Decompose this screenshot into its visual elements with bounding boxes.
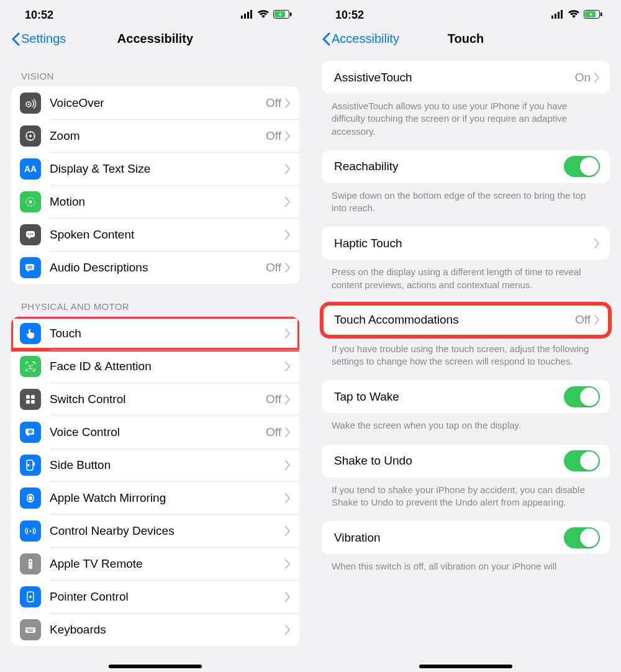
row-label: Motion: [50, 195, 285, 209]
svg-rect-45: [30, 629, 32, 630]
chevron-right-icon: [285, 493, 291, 503]
section-header-vision: VISION: [0, 53, 310, 86]
footer-haptic-touch: Press on the display using a different l…: [310, 260, 621, 291]
row-voice-control[interactable]: Voice Control Off: [11, 415, 299, 448]
row-face-id[interactable]: Face ID & Attention: [11, 350, 299, 383]
cellular-icon: [551, 9, 564, 22]
back-button[interactable]: Settings: [11, 32, 66, 46]
home-indicator[interactable]: [419, 665, 512, 668]
row-label: Display & Text Size: [50, 162, 285, 176]
group-physical: Touch Face ID & Attention Switch Control…: [11, 317, 299, 646]
svg-point-13: [26, 135, 27, 137]
chevron-right-icon: [285, 361, 291, 371]
back-button[interactable]: Accessibility: [322, 32, 399, 46]
face-id-icon: [20, 356, 41, 377]
row-haptic-touch[interactable]: Haptic Touch: [322, 227, 610, 260]
row-control-nearby[interactable]: Control Nearby Devices: [11, 514, 299, 547]
status-indicators: [241, 9, 292, 22]
row-label: Side Button: [50, 458, 285, 472]
row-label: Control Nearby Devices: [50, 524, 285, 538]
keyboard-icon: [20, 619, 41, 640]
svg-point-41: [29, 596, 32, 598]
row-display-text-size[interactable]: AA Display & Text Size: [11, 152, 299, 185]
row-label: Zoom: [50, 129, 266, 143]
spoken-content-icon: [20, 224, 41, 245]
touch-settings-list[interactable]: AssistiveTouch On AssistiveTouch allows …: [310, 53, 621, 672]
toggle-shake-to-undo[interactable]: [564, 450, 600, 471]
tv-remote-icon: [20, 553, 41, 574]
row-label: Voice Control: [50, 425, 266, 439]
svg-point-38: [29, 565, 30, 566]
chevron-right-icon: [285, 98, 291, 108]
row-apple-watch-mirroring[interactable]: Apple Watch Mirroring: [11, 481, 299, 514]
group-assistivetouch: AssistiveTouch On: [322, 61, 610, 94]
chevron-right-icon: [285, 526, 291, 536]
chevron-right-icon: [594, 73, 600, 83]
row-label: Pointer Control: [50, 590, 285, 604]
section-header-physical: PHYSICAL AND MOTOR: [0, 284, 310, 317]
row-zoom[interactable]: Zoom Off: [11, 119, 299, 152]
row-reachability[interactable]: Reachability: [322, 150, 610, 183]
toggle-tap-to-wake[interactable]: [564, 386, 600, 407]
row-label: Face ID & Attention: [50, 360, 285, 373]
nav-bar: Settings Accessibility: [0, 25, 310, 53]
row-switch-control[interactable]: Switch Control Off: [11, 383, 299, 415]
svg-point-10: [29, 135, 32, 137]
settings-list[interactable]: VISION VoiceOver Off Zoom Off AA Display…: [0, 53, 310, 672]
svg-point-19: [30, 234, 31, 235]
row-tap-to-wake[interactable]: Tap to Wake: [322, 380, 610, 413]
status-time: 10:52: [335, 9, 364, 22]
chevron-right-icon: [285, 230, 291, 240]
svg-point-39: [31, 565, 32, 566]
footer-vibration: When this switch is off, all vibration o…: [310, 554, 621, 573]
row-audio-descriptions[interactable]: 99 Audio Descriptions Off: [11, 251, 299, 284]
chevron-right-icon: [285, 263, 291, 273]
toggle-reachability[interactable]: [564, 156, 600, 177]
switch-control-icon: [20, 389, 41, 410]
footer-touch-accommodations: If you have trouble using the touch scre…: [310, 337, 621, 368]
svg-rect-5: [290, 12, 292, 16]
group-shake-to-undo: Shake to Undo: [322, 445, 610, 478]
svg-rect-44: [29, 629, 30, 630]
chevron-right-icon: [285, 427, 291, 437]
group-tap-to-wake: Tap to Wake: [322, 380, 610, 413]
row-motion[interactable]: Motion: [11, 185, 299, 218]
audio-descriptions-icon: 99: [20, 257, 41, 278]
row-side-button[interactable]: Side Button: [11, 448, 299, 481]
cellular-icon: [241, 9, 253, 22]
row-apple-tv-remote[interactable]: Apple TV Remote: [11, 547, 299, 580]
row-keyboards[interactable]: Keyboards: [11, 613, 299, 646]
row-value: Off: [266, 393, 281, 406]
row-shake-to-undo[interactable]: Shake to Undo: [322, 445, 610, 478]
svg-point-16: [29, 200, 32, 203]
side-button-icon: [20, 455, 41, 476]
home-indicator[interactable]: [109, 665, 202, 668]
svg-rect-50: [558, 12, 560, 19]
wifi-icon: [568, 9, 580, 22]
row-voiceover[interactable]: VoiceOver Off: [11, 86, 299, 119]
row-assistivetouch[interactable]: AssistiveTouch On: [322, 61, 610, 94]
footer-shake-to-undo: If you tend to shake your iPhone by acci…: [310, 478, 621, 509]
touch-icon: [20, 323, 41, 344]
row-touch-accommodations[interactable]: Touch Accommodations Off: [322, 304, 610, 337]
row-label: Tap to Wake: [334, 390, 564, 404]
watch-mirroring-icon: [20, 488, 41, 509]
chevron-left-icon: [11, 32, 20, 46]
phone-left: 10:52 Settings Accessibility VISION Voic…: [0, 0, 310, 672]
row-label: Switch Control: [50, 393, 266, 406]
voiceover-icon: [20, 93, 41, 114]
chevron-right-icon: [285, 559, 291, 569]
toggle-vibration[interactable]: [564, 527, 600, 548]
row-label: AssistiveTouch: [334, 71, 575, 84]
row-vibration[interactable]: Vibration: [322, 521, 610, 554]
group-reachability: Reachability: [322, 150, 610, 183]
row-touch[interactable]: Touch: [11, 317, 299, 350]
footer-tap-to-wake: Wake the screen when you tap on the disp…: [310, 413, 621, 432]
row-value: Off: [575, 313, 591, 327]
row-label: Apple TV Remote: [50, 557, 285, 571]
row-spoken-content[interactable]: Spoken Content: [11, 218, 299, 251]
row-label: Reachability: [334, 160, 564, 173]
row-pointer-control[interactable]: Pointer Control: [11, 580, 299, 613]
row-value: Off: [266, 96, 281, 110]
back-label: Accessibility: [332, 32, 399, 46]
